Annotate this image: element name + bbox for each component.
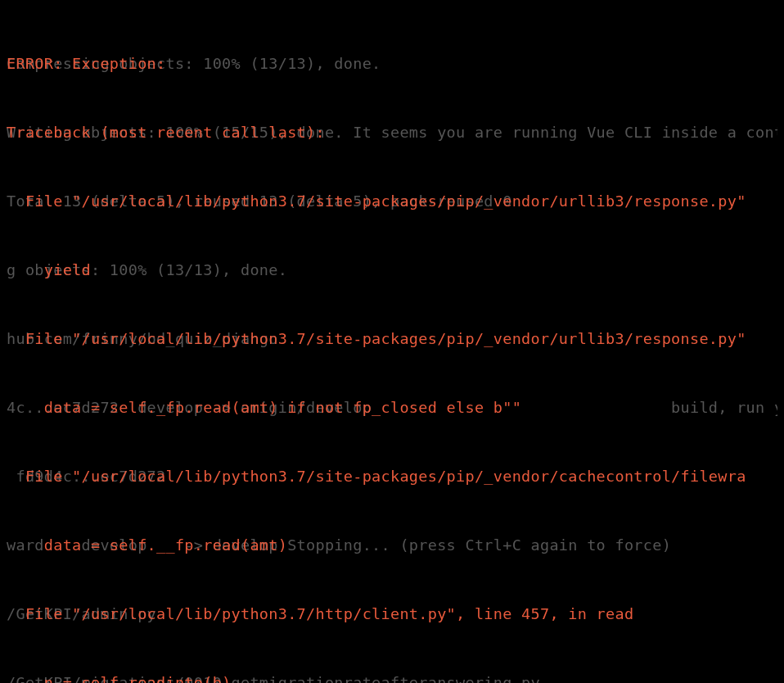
traceback-header: Traceback (most recent call last): <box>7 121 777 144</box>
error-header: ERROR: Exception: <box>7 52 777 75</box>
traceback-file: File "/usr/local/lib/python3.7/site-pack… <box>7 190 777 213</box>
traceback-file: File "/usr/local/lib/python3.7/site-pack… <box>7 465 777 488</box>
traceback-code: data = self.__fp.read(amt) <box>7 534 777 557</box>
traceback-file: File "/usr/local/lib/python3.7/site-pack… <box>7 328 777 351</box>
traceback-code: yield <box>7 259 777 282</box>
traceback-code: data = self._fp.read(amt) if not fp_clos… <box>7 396 777 419</box>
traceback-code: n = self.readinto(b) <box>7 672 777 683</box>
terminal-error-output[interactable]: ERROR: Exception: Traceback (most recent… <box>0 0 784 683</box>
traceback-file: File "/usr/local/lib/python3.7/http/clie… <box>7 603 777 626</box>
